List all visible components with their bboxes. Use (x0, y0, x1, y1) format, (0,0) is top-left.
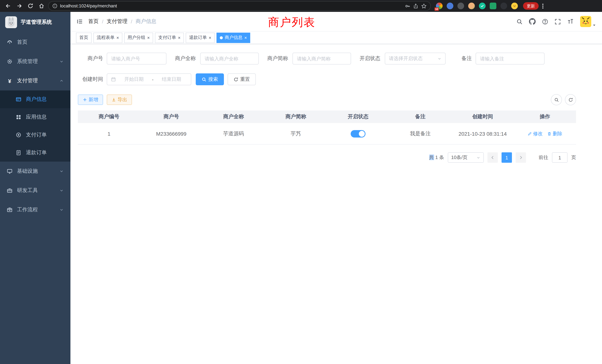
ext-blue-icon[interactable] (447, 3, 453, 9)
reset-button[interactable]: 重置 (228, 73, 256, 85)
breadcrumb-home[interactable]: 首页 (88, 18, 99, 25)
close-icon[interactable]: × (244, 35, 247, 40)
ext-avatar-icon[interactable] (468, 3, 475, 9)
col-header: 商户全称 (202, 113, 265, 120)
tab-pay-order[interactable]: 支付订单 × (155, 32, 184, 43)
sidebar-item-workflow[interactable]: 工作流程 (0, 200, 70, 219)
download-icon (112, 97, 116, 102)
table-row: 1 M233666999 芋道源码 芋艿 我是备注 2021-10-23 08:… (78, 123, 576, 145)
col-header: 备注 (389, 113, 452, 120)
reload-icon[interactable] (26, 1, 35, 10)
refresh-table-button[interactable] (565, 94, 576, 105)
remark-label: 备注 (462, 55, 472, 62)
breadcrumb-current: 商户信息 (136, 18, 156, 25)
col-header: 商户编号 (78, 113, 140, 120)
close-icon[interactable]: × (178, 35, 181, 40)
breadcrumb-payment[interactable]: 支付管理 (107, 18, 128, 25)
share-icon[interactable] (413, 3, 419, 9)
user-avatar[interactable] (580, 16, 596, 27)
merchant-table: 商户编号 商户号 商户全称 商户简称 开启状态 备注 创建时间 操作 1 M23… (78, 110, 576, 145)
logo-row: 芋道管理系统 (0, 12, 70, 33)
sidebar-item-label: 应用信息 (26, 114, 47, 120)
ext-green-check-icon[interactable] (479, 3, 486, 9)
trash-icon (547, 131, 552, 136)
info-icon[interactable] (52, 3, 57, 9)
search-icon[interactable] (516, 18, 523, 25)
cell-remark: 我是备注 (389, 130, 452, 137)
home-icon[interactable] (37, 1, 46, 10)
address-bar[interactable]: localhost:1024/pay/merchant (48, 1, 431, 11)
sidebar-item-app-info[interactable]: 应用信息 (0, 108, 70, 126)
cell-create-time: 2021-10-23 08:31:14 (452, 131, 514, 137)
tab-process-form[interactable]: 流程表单 × (93, 32, 122, 43)
merchant-shortname-input[interactable] (292, 53, 351, 64)
toggle-search-button[interactable] (551, 94, 562, 105)
sidebar-item-refund-order[interactable]: 退款订单 (0, 144, 70, 162)
goto-page-input[interactable] (552, 152, 568, 163)
total-rest: 1 条 (434, 155, 444, 160)
password-key-icon[interactable] (405, 3, 410, 9)
close-icon[interactable]: × (209, 35, 211, 40)
bookmark-star-icon[interactable] (421, 3, 427, 9)
ext-green-doc-icon[interactable] (490, 3, 496, 9)
cell-merchant-no: M233666999 (140, 131, 202, 137)
sidebar-item-dev-tools[interactable]: 研发工具 (0, 181, 70, 200)
ext-colorful-icon[interactable]: 10 (436, 3, 443, 9)
chevron-down-icon (59, 208, 64, 212)
export-button[interactable]: 导出 (107, 95, 132, 105)
delete-link[interactable]: 删除 (547, 130, 562, 137)
search-button[interactable]: 搜索 (196, 73, 224, 85)
sidebar-fold-icon[interactable] (76, 18, 83, 25)
goto-label: 前往 (539, 154, 548, 161)
sidebar-item-home[interactable]: 首页 (0, 33, 70, 52)
url-text[interactable]: localhost:1024/pay/merchant (60, 3, 117, 9)
close-icon[interactable]: × (116, 35, 119, 40)
tab-merchant-info[interactable]: 商户信息 × (216, 32, 250, 43)
status-toggle[interactable] (351, 130, 366, 137)
toggle-knob (359, 131, 365, 137)
chevron-left-icon (490, 155, 495, 160)
add-button[interactable]: 新增 (78, 95, 103, 105)
ext-gray-icon[interactable] (457, 3, 464, 9)
sidebar-item-system[interactable]: 系统管理 (0, 52, 70, 71)
tab-refund-order[interactable]: 退款订单 × (186, 32, 215, 43)
remark-input[interactable] (476, 53, 545, 64)
merchant-fullname-input[interactable] (200, 53, 259, 64)
forward-icon[interactable] (15, 1, 24, 10)
status-select[interactable]: 请选择开启状态 (385, 53, 446, 64)
browser-menu-icon[interactable] (541, 3, 545, 8)
col-header: 操作 (514, 113, 576, 120)
page-number-button[interactable]: 1 (502, 152, 512, 163)
prev-page-button[interactable] (487, 152, 498, 163)
github-icon[interactable] (529, 18, 536, 25)
tab-home[interactable]: 首页 (76, 32, 92, 43)
sidebar: 芋道管理系统 首页 系统管理 ¥ 支付管理 (0, 12, 70, 364)
tab-user-group[interactable]: 用户分组 × (124, 32, 153, 43)
ext-smiley-icon[interactable] (511, 3, 518, 9)
tab-label: 商户信息 (225, 34, 242, 41)
date-range-picker[interactable]: 开始日期 - 结束日期 (107, 73, 191, 85)
sidebar-item-merchant-info[interactable]: 商户信息 (0, 90, 70, 108)
monitor-icon (7, 168, 13, 174)
col-header: 商户简称 (265, 113, 327, 120)
merchant-no-input[interactable] (107, 53, 166, 64)
breadcrumb-separator: / (131, 19, 132, 24)
font-size-icon[interactable] (567, 18, 574, 25)
ext-dark-icon[interactable] (500, 3, 507, 9)
next-page-button[interactable] (516, 152, 526, 163)
close-icon[interactable]: × (147, 35, 150, 40)
edit-link[interactable]: 修改 (527, 130, 543, 137)
help-icon[interactable] (542, 18, 548, 25)
fullscreen-icon[interactable] (555, 18, 561, 25)
page-size-select[interactable]: 10条/页 (448, 152, 484, 163)
chrome-update-button[interactable]: 更新 (523, 2, 539, 10)
back-icon[interactable] (4, 1, 13, 10)
tags-view-bar: 首页 流程表单 × 用户分组 × 支付订单 × 退款订单 × (70, 32, 602, 44)
page-size-value: 10条/页 (451, 154, 467, 161)
sidebar-item-payment[interactable]: ¥ 支付管理 (0, 71, 70, 90)
target-icon (16, 132, 22, 138)
sidebar-item-pay-order[interactable]: 支付订单 (0, 126, 70, 144)
chevron-up-icon (59, 79, 64, 83)
sidebar-item-infrastructure[interactable]: 基础设施 (0, 162, 70, 181)
table-toolbar: 新增 导出 (78, 94, 576, 105)
